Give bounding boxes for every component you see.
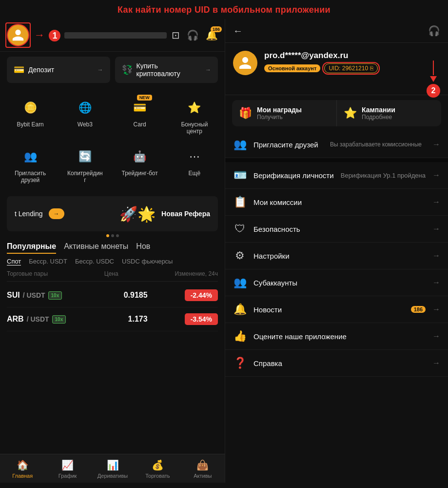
arb-quote: / USDT xyxy=(27,315,49,323)
settings-arrow: → xyxy=(432,251,440,260)
step-number-1: 1 xyxy=(49,30,60,41)
invite-friends-icon: 👥 xyxy=(233,138,247,151)
nav-home[interactable]: 🏠 Главная xyxy=(0,454,45,483)
campaigns-title: Кампании xyxy=(362,106,395,114)
sub-tab-usdc-futures[interactable]: USDC фьючерсы xyxy=(122,258,173,265)
tab-new[interactable]: Нов xyxy=(136,242,150,254)
invite-friends-row[interactable]: 👥 Пригласите друзей Вы зарабатываете ком… xyxy=(225,131,448,158)
profile-avatar xyxy=(233,51,257,75)
arb-leverage: 10x xyxy=(52,315,66,324)
scan-icon[interactable]: ⊡ xyxy=(172,29,180,41)
nav-derivatives[interactable]: 📊 Деривативы xyxy=(90,454,135,483)
rate-app-arrow: → xyxy=(432,332,440,341)
chart-icon: 📈 xyxy=(61,459,74,471)
invite-friends-title: Пригласите друзей xyxy=(253,141,323,149)
news-title: Новости xyxy=(253,305,404,314)
buy-crypto-label: Купить криптовалюту xyxy=(136,62,202,78)
help-icon: ❓ xyxy=(233,357,247,369)
subaccounts-row[interactable]: 👥 Субаккаунты → xyxy=(225,269,448,296)
section-divider xyxy=(225,158,448,162)
earn-label: Bybit Earn xyxy=(17,121,43,128)
nav-assets-label: Активы xyxy=(194,473,212,479)
campaigns-item[interactable]: ⭐ Кампании Подробнее xyxy=(337,100,441,126)
notification-icon[interactable]: 🔔 186 xyxy=(206,29,218,41)
copy-icon[interactable]: ⎘ xyxy=(370,65,373,72)
col-price: Цена xyxy=(104,270,118,277)
right-header: ← 🎧 xyxy=(225,19,448,43)
menu-item-card[interactable]: 💳 NEW Card xyxy=(114,93,166,140)
bonus-label: Бонусныйцентр xyxy=(181,121,208,135)
rewards-icon: 🎁 xyxy=(239,107,252,120)
news-arrow: → xyxy=(432,305,440,314)
security-row[interactable]: 🛡 Безопасность → xyxy=(225,216,448,243)
trade-row-arb[interactable]: ARB / USDT 10x 1.173 -3.54% xyxy=(7,307,218,331)
col-change: Изменение, 24ч xyxy=(175,270,218,277)
nav-derivatives-label: Деривативы xyxy=(97,473,128,479)
copy-trading-icon: 🔄 xyxy=(75,146,95,167)
menu-item-web3[interactable]: 🌐 Web3 xyxy=(58,93,111,140)
help-row[interactable]: ❓ Справка → xyxy=(225,350,448,377)
back-button[interactable]: ← xyxy=(233,25,243,37)
menu-item-bot[interactable]: 🤖 Трейдинг-бот xyxy=(114,142,166,188)
bottom-nav: 🏠 Главная 📈 График 📊 Деривативы 💰 Торгов… xyxy=(0,454,225,483)
settings-row[interactable]: ⚙ Настройки → xyxy=(225,243,448,269)
quick-actions: 💳 Депозит → 💱 Купить криптовалюту → xyxy=(0,52,225,88)
rate-app-icon: 👍 xyxy=(233,330,247,343)
verification-status: Верификация Ур.1 пройдена xyxy=(341,172,426,179)
more-label: Ещё xyxy=(189,170,201,177)
buy-crypto-button[interactable]: 💱 Купить криптовалюту → xyxy=(115,57,218,83)
verification-row[interactable]: 🪪 Верификация личности Верификация Ур.1 … xyxy=(225,162,448,189)
step-number-2: 2 xyxy=(427,84,440,98)
deposit-button[interactable]: 💳 Депозит → xyxy=(7,57,110,83)
arrow-indicator: → xyxy=(34,29,45,41)
avatar[interactable] xyxy=(7,24,29,46)
dot-3 xyxy=(116,234,119,237)
verification-icon: 🪪 xyxy=(233,169,247,182)
invite-friends-text: Пригласите друзей xyxy=(253,141,323,149)
promo-banner[interactable]: t Lending → 🚀🌟 Новая Рефера xyxy=(7,196,218,231)
copy-trading-label: Копитрейдинг xyxy=(67,170,103,183)
commission-row[interactable]: 📋 Мои комиссии → xyxy=(225,189,448,216)
trade-row-sui[interactable]: SUI / USDT 10x 0.9185 -2.44% xyxy=(7,284,218,307)
rewards-item[interactable]: 🎁 Мои награды Получить xyxy=(232,100,337,126)
home-icon: 🏠 xyxy=(17,459,29,471)
nav-trade[interactable]: 💰 Торговать xyxy=(135,454,180,483)
sub-tab-spot[interactable]: Спот xyxy=(7,258,21,265)
banner-pill[interactable]: → xyxy=(49,208,64,219)
arb-price: 1.173 xyxy=(77,315,147,324)
headset-icon-right[interactable]: 🎧 xyxy=(428,25,440,37)
table-header: Торговые пары Цена Изменение, 24ч xyxy=(7,268,218,282)
menu-item-bonus[interactable]: ⭐ Бонусныйцентр xyxy=(168,93,221,140)
arb-change: -3.54% xyxy=(185,313,218,325)
invite-icon: 👥 xyxy=(20,146,40,167)
nav-trade-label: Торговать xyxy=(145,473,170,479)
news-row[interactable]: 🔔 Новости 186 → xyxy=(225,296,448,323)
menu-item-invite[interactable]: 👥 Пригласитьдрузей xyxy=(4,142,57,188)
dot-2 xyxy=(111,234,114,237)
avatar-container xyxy=(7,24,29,46)
invite-arrow: → xyxy=(432,140,440,149)
sui-price: 0.9185 xyxy=(77,291,147,300)
uid-text: UID: 29621210 xyxy=(329,65,368,72)
deposit-arrow: → xyxy=(97,66,103,73)
rate-app-title: Оцените наше приложение xyxy=(253,332,426,341)
buy-crypto-arrow: → xyxy=(205,66,211,73)
security-title: Безопасность xyxy=(253,225,426,233)
headset-icon[interactable]: 🎧 xyxy=(187,29,199,41)
nav-chart[interactable]: 📈 График xyxy=(45,454,90,483)
bot-icon: 🤖 xyxy=(130,146,150,167)
bot-label: Трейдинг-бот xyxy=(122,170,158,177)
sub-tab-usdt[interactable]: Бесcр. USDT xyxy=(29,258,67,265)
nav-assets[interactable]: 👜 Активы xyxy=(180,454,225,483)
menu-item-copy[interactable]: 🔄 Копитрейдинг xyxy=(58,142,111,188)
menu-item-more[interactable]: ⋯ Ещё xyxy=(168,142,221,188)
tab-active[interactable]: Активные монеты xyxy=(64,242,128,254)
rate-app-row[interactable]: 👍 Оцените наше приложение → xyxy=(225,323,448,350)
tab-popular[interactable]: Популярные xyxy=(7,242,56,254)
news-badge: 186 xyxy=(411,306,426,313)
menu-item-earn[interactable]: 🪙 Bybit Earn xyxy=(4,93,57,140)
arrow2-line xyxy=(433,61,434,75)
sub-tab-usdc[interactable]: Бесcр. USDC xyxy=(75,258,114,265)
uid-badge[interactable]: UID: 29621210 ⎘ xyxy=(324,63,378,73)
left-header: → 1 ⊡ 🎧 🔔 186 xyxy=(0,19,225,52)
